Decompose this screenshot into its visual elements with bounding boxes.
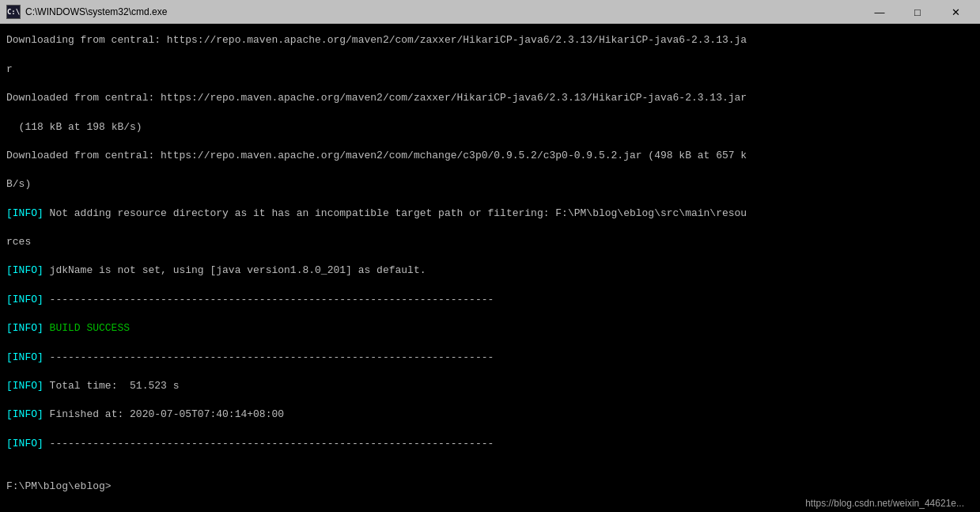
terminal-line: r	[6, 63, 974, 77]
terminal-line: Downloaded from central: https://repo.ma…	[6, 149, 974, 163]
watermark: https://blog.csdn.net/weixin_44621e...	[805, 498, 964, 509]
window-icon: C:\	[6, 5, 21, 19]
terminal-line: [INFO] BUILD SUCCESS	[6, 321, 974, 336]
titlebar: C:\ C:\WINDOWS\system32\cmd.exe — □ ✕	[0, 0, 980, 24]
window-controls: — □ ✕	[861, 0, 974, 24]
terminal-line: [INFO] ---------------------------------…	[6, 351, 974, 365]
window-title: C:\WINDOWS\system32\cmd.exe	[25, 6, 861, 17]
terminal-line: B/s)	[6, 177, 974, 192]
close-button[interactable]: ✕	[937, 0, 974, 24]
terminal-line: [INFO] ---------------------------------…	[6, 437, 974, 451]
maximize-button[interactable]: □	[899, 0, 936, 24]
terminal-line: Downloading from central: https://repo.m…	[6, 33, 974, 47]
terminal-line: [INFO] ---------------------------------…	[6, 293, 974, 307]
terminal-line: rces	[6, 235, 974, 249]
terminal-line: [INFO] jdkName is not set, using [java v…	[6, 264, 974, 278]
terminal-output[interactable]: m Downloaded from central: https://repo.…	[0, 24, 980, 512]
terminal-line: [INFO] Not adding resource directory as …	[6, 207, 974, 221]
minimize-button[interactable]: —	[861, 0, 898, 24]
cmd-window: C:\ C:\WINDOWS\system32\cmd.exe — □ ✕ m …	[0, 0, 980, 512]
terminal-line: [INFO] Total time: 51.523 s	[6, 379, 974, 393]
terminal-line: (118 kB at 198 kB/s)	[6, 120, 974, 135]
terminal-wrapper: m Downloaded from central: https://repo.…	[0, 24, 980, 512]
terminal-line: [INFO] Finished at: 2020-07-05T07:40:14+…	[6, 408, 974, 422]
terminal-line: F:\PM\blog\eblog>	[6, 480, 974, 494]
terminal-line: Downloaded from central: https://repo.ma…	[6, 91, 974, 105]
